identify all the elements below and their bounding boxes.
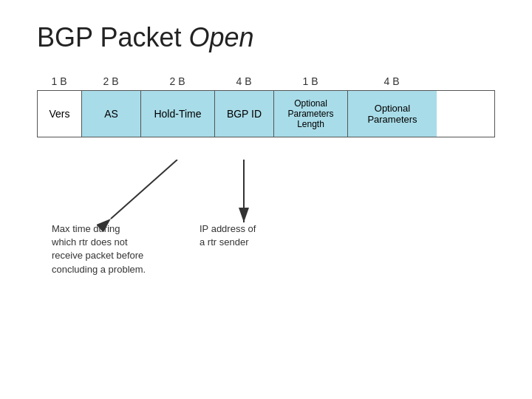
annotation-right-line2: a rtr sender (200, 236, 248, 248)
svg-line-2 (111, 160, 177, 219)
annotation-left-line4: concluding a problem. (52, 264, 146, 275)
annotation-left-line3: receive packet before (52, 250, 143, 261)
page-container: BGP Packet Open 1 B 2 B 2 B 4 B 1 B 4 B … (0, 0, 532, 399)
size-label-5: 1 B (273, 75, 347, 87)
size-label-4: 4 B (214, 75, 273, 87)
field-vers: Vers (38, 91, 82, 137)
size-label-2: 2 B (81, 75, 140, 87)
size-label-3: 2 B (140, 75, 214, 87)
annotation-left-line2: which rtr does not (52, 236, 128, 248)
annotation-right-line1: IP address of (200, 223, 256, 234)
size-label-1: 1 B (37, 75, 81, 87)
field-bgp-id: BGP ID (215, 91, 274, 137)
field-hold-time: Hold-Time (141, 91, 215, 137)
annotation-right: IP address of a rtr sender (200, 222, 288, 249)
field-opt-params-length: Optional Parameters Length (274, 91, 348, 137)
annotations-area: Max time during which rtr does not recei… (37, 160, 495, 278)
annotation-left: Max time during which rtr does not recei… (52, 222, 170, 276)
packet-diagram: 1 B 2 B 2 B 4 B 1 B 4 B Vers AS Hold-Tim… (37, 75, 495, 137)
field-as: AS (82, 91, 141, 137)
field-opt-params: Optional Parameters (348, 91, 437, 137)
packet-row: Vers AS Hold-Time BGP ID Optional Parame… (37, 90, 495, 137)
size-labels-row: 1 B 2 B 2 B 4 B 1 B 4 B (37, 75, 495, 87)
annotation-left-line1: Max time during (52, 223, 120, 234)
size-label-6: 4 B (347, 75, 436, 87)
page-title: BGP Packet Open (37, 22, 495, 53)
